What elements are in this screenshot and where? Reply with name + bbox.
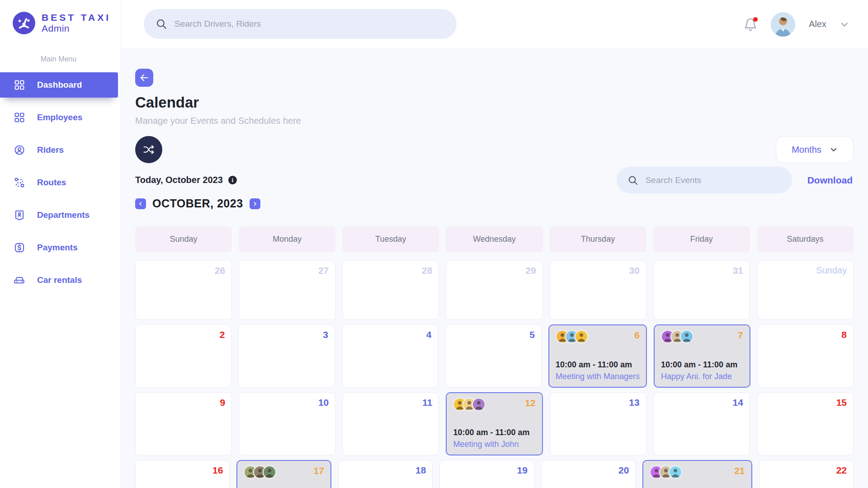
- day-number: 7: [738, 330, 743, 341]
- day-number: 29: [453, 265, 536, 276]
- download-link[interactable]: Download: [807, 175, 853, 186]
- day-cell-18[interactable]: 18: [338, 460, 433, 488]
- day-headers-row: SundayMondayTuesdayWednesdayThursdayFrid…: [135, 226, 854, 252]
- day-header-sunday: Sunday: [135, 226, 232, 252]
- day-cell-10[interactable]: 10: [239, 392, 335, 455]
- day-number: 9: [142, 397, 225, 408]
- chevron-down-icon: [830, 145, 838, 154]
- day-cell-16[interactable]: 16: [135, 460, 230, 488]
- avatar-photo: [771, 12, 795, 37]
- day-cell-14[interactable]: 14: [653, 392, 750, 455]
- day-number: 3: [245, 329, 328, 340]
- user-name: Alex: [809, 19, 826, 29]
- sidebar-section-label: Main Menu: [41, 55, 121, 63]
- day-cell-20[interactable]: 20: [541, 460, 636, 488]
- day-cell-3[interactable]: 3: [238, 324, 335, 388]
- day-header-monday: Monday: [239, 226, 335, 252]
- day-number: 26: [142, 265, 225, 276]
- day-number: 22: [766, 465, 847, 476]
- brand-name: BEST TAXI: [42, 12, 111, 23]
- day-cell-22[interactable]: 22: [759, 460, 854, 488]
- day-cell-4[interactable]: 4: [342, 324, 438, 388]
- event-time: 10:00 am - 11:00 am: [661, 360, 743, 370]
- search-icon: [156, 18, 167, 30]
- page-subtitle: Manage your Events and Schedules here: [135, 116, 854, 126]
- sidebar-item-payments[interactable]: Payments: [0, 235, 118, 260]
- notifications-button[interactable]: [744, 17, 757, 32]
- day-cell-9[interactable]: 9: [135, 392, 232, 455]
- day-number: 12: [525, 398, 535, 408]
- day-cell-26[interactable]: 26: [135, 260, 232, 320]
- sidebar-item-riders[interactable]: Riders: [0, 137, 118, 163]
- page-title: Calendar: [135, 94, 854, 111]
- sidebar-item-label: Employees: [37, 113, 82, 122]
- sidebar-item-departments[interactable]: Departments: [0, 202, 118, 228]
- event-title[interactable]: Happy Ani. for Jade: [661, 372, 743, 381]
- attendee-avatars: [650, 465, 682, 479]
- attendee-avatars: [244, 465, 276, 479]
- day-cell-11[interactable]: 11: [342, 392, 439, 455]
- events-search[interactable]: [617, 167, 792, 193]
- day-cell-17[interactable]: 1710:00 am - 11:00 amHappy Ani. for Jade: [236, 460, 331, 488]
- sidebar-item-label: Routes: [37, 178, 66, 188]
- user-avatar[interactable]: [771, 12, 795, 37]
- month-navigation: OCTOBER, 2023: [135, 197, 854, 210]
- badge-icon: [14, 209, 25, 221]
- shuffle-button[interactable]: [135, 136, 162, 163]
- day-cell-27[interactable]: 27: [239, 260, 335, 320]
- day-cell-15[interactable]: 15: [757, 392, 854, 455]
- day-cell-12[interactable]: 1210:00 am - 11:00 amMeeting with John: [446, 392, 542, 455]
- chevron-down-icon[interactable]: [840, 20, 849, 29]
- calendar-weeks: 262728293031Sunday2345610:00 am - 11:00 …: [135, 260, 854, 488]
- day-cell-28[interactable]: 28: [342, 260, 439, 320]
- sidebar-item-car-rentals[interactable]: Car rentals: [0, 267, 118, 293]
- day-cell-5[interactable]: 5: [445, 324, 541, 388]
- sidebar-item-label: Departments: [37, 210, 90, 220]
- sidebar-item-routes[interactable]: Routes: [0, 170, 118, 195]
- sidebar-item-label: Car rentals: [37, 275, 82, 285]
- chevron-right-icon: [252, 201, 258, 206]
- prev-month-button[interactable]: [135, 198, 146, 209]
- day-cell-6[interactable]: 610:00 am - 11:00 amMeeting with Manager…: [548, 324, 647, 388]
- day-cell-31[interactable]: 31: [653, 260, 750, 320]
- brand-subtitle: Admin: [42, 23, 111, 34]
- sidebar-item-label: Payments: [37, 243, 78, 253]
- view-selector-value: Months: [792, 145, 821, 155]
- sidebar-item-employees[interactable]: Employees: [0, 105, 118, 130]
- day-cell-2[interactable]: 2: [135, 324, 231, 388]
- day-cell-sunday[interactable]: Sunday: [757, 260, 854, 320]
- day-cell-29[interactable]: 29: [446, 260, 542, 320]
- global-search[interactable]: [144, 9, 457, 39]
- attendee-avatar: [669, 465, 682, 479]
- event-cell-top: 12: [453, 398, 535, 411]
- next-month-button[interactable]: [250, 198, 260, 209]
- day-number: 4: [349, 329, 431, 340]
- day-number: 10: [245, 397, 329, 408]
- event-time: 10:00 am - 11:00 am: [556, 360, 640, 370]
- attendee-avatar: [680, 330, 693, 343]
- day-cell-21[interactable]: 2110:00 am - 11:00 amRoute Manager Hike …: [642, 460, 752, 488]
- view-selector-dropdown[interactable]: Months: [776, 136, 854, 163]
- day-number: 30: [557, 265, 640, 276]
- info-icon[interactable]: i: [228, 176, 237, 184]
- day-cell-30[interactable]: 30: [550, 260, 646, 320]
- sidebar-item-dashboard[interactable]: Dashboard: [0, 72, 118, 98]
- attendee-avatar: [472, 398, 486, 411]
- search-input[interactable]: [175, 19, 445, 29]
- taxi-gauge-icon: [13, 12, 35, 34]
- day-number: 20: [548, 465, 629, 476]
- event-title[interactable]: Meeting with John: [453, 440, 535, 449]
- event-title[interactable]: Meeting with Managers: [556, 372, 640, 381]
- attendee-avatar: [263, 465, 276, 479]
- day-number: 17: [314, 465, 324, 476]
- day-cell-19[interactable]: 19: [439, 460, 534, 488]
- today-label: Today, October 2023: [135, 175, 223, 185]
- header-right-cluster: Alex: [744, 0, 849, 48]
- day-cell-8[interactable]: 8: [757, 324, 854, 388]
- brand-text: BEST TAXI Admin: [42, 12, 111, 34]
- events-search-input[interactable]: [646, 175, 781, 185]
- day-cell-7[interactable]: 710:00 am - 11:00 amHappy Ani. for Jade: [654, 324, 750, 388]
- day-cell-13[interactable]: 13: [550, 392, 646, 455]
- back-button[interactable]: [135, 69, 153, 87]
- day-number: 5: [452, 329, 534, 340]
